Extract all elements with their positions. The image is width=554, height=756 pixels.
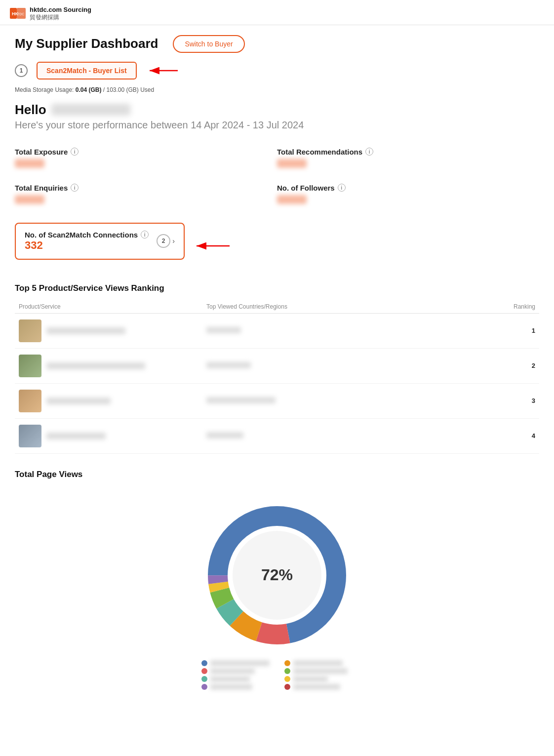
main-content: My Supplier Dashboard Switch to Buyer 1 … [0, 25, 554, 710]
product-thumbnail-3 [19, 390, 41, 412]
table-row: 1 [15, 313, 539, 348]
scan2match-nav-page[interactable]: 2 [157, 234, 170, 248]
legend-item-3 [201, 668, 270, 674]
no-of-followers-info-icon[interactable]: i [338, 184, 346, 192]
step-badge-1: 1 [15, 64, 28, 77]
legend-label-3 [210, 668, 255, 674]
legend-item-1 [201, 660, 270, 666]
donut-chart: 72% [198, 496, 356, 654]
legend-label-6 [293, 676, 328, 682]
arrow-annotation-2 [193, 239, 232, 255]
legend-dot-7 [201, 684, 207, 690]
page-title: My Supplier Dashboard [15, 36, 158, 51]
product-name-1 [46, 327, 125, 334]
legend-dot-5 [201, 676, 207, 682]
product-name-4 [46, 433, 106, 439]
scan2match-buyer-list-tag[interactable]: Scan2Match - Buyer List [37, 62, 137, 80]
chart-legend [201, 660, 353, 690]
product-name-2 [46, 362, 145, 369]
scan2match-connections-label: No. of Scan2Match Connections i [25, 231, 149, 239]
stats-grid: Total Exposure i Total Recommendations i… [15, 141, 539, 213]
user-name-blurred [51, 104, 130, 116]
product-cell-4 [19, 425, 198, 447]
total-recommendations-info-icon[interactable]: i [365, 148, 373, 156]
country-1 [206, 327, 241, 333]
legend-dot-6 [284, 676, 290, 682]
hktdc-logo-icon: HK TDC [10, 8, 26, 19]
legend-label-7 [210, 684, 252, 690]
scan2match-nav-chevron-icon[interactable]: › [172, 237, 175, 245]
col-country: Top Viewed Countries/Regions [202, 300, 500, 314]
logo-area: HK TDC hktdc.com Sourcing 貿發網採購 [10, 6, 544, 21]
legend-label-5 [210, 676, 250, 682]
logo-main-text: hktdc.com Sourcing [30, 6, 91, 14]
rank-2: 2 [500, 348, 539, 383]
legend-label-4 [293, 668, 348, 674]
legend-label-8 [293, 684, 340, 690]
rank-4: 4 [500, 418, 539, 453]
scan2match-nav: 2 › [157, 234, 175, 248]
legend-item-8 [284, 684, 353, 690]
total-recommendations-value [277, 159, 307, 168]
ranking-section-title: Top 5 Product/Service Views Ranking [15, 283, 539, 293]
legend-item-2 [284, 660, 353, 666]
country-3 [206, 397, 276, 403]
donut-chart-container: 72% [15, 486, 539, 700]
date-range: Here's your store performance between 14… [15, 119, 539, 131]
scan2match-connections-row: No. of Scan2Match Connections i 332 2 › [15, 223, 539, 272]
legend-dot-2 [284, 660, 290, 666]
total-exposure-label: Total Exposure [15, 148, 68, 156]
table-row: 4 [15, 418, 539, 453]
product-cell-3 [19, 390, 198, 412]
scan2match-callout: 1 Scan2Match - Buyer List [15, 62, 539, 80]
switch-to-buyer-button[interactable]: Switch to Buyer [173, 35, 244, 53]
total-exposure-value [15, 159, 44, 168]
no-of-followers-label: No. of Followers [277, 184, 335, 192]
scan2match-connections-box: No. of Scan2Match Connections i 332 2 › [15, 223, 185, 260]
product-thumbnail-1 [19, 319, 41, 342]
country-4 [206, 432, 243, 438]
svg-text:TDC: TDC [17, 12, 24, 16]
header: HK TDC hktdc.com Sourcing 貿發網採購 [0, 0, 554, 25]
arrow-annotation-1 [146, 63, 180, 78]
stat-total-exposure: Total Exposure i [15, 141, 277, 177]
hello-section: Hello Here's your store performance betw… [15, 102, 539, 131]
page-views-title: Total Page Views [15, 470, 539, 479]
total-enquiries-info-icon[interactable]: i [71, 184, 79, 192]
legend-item-4 [284, 668, 353, 674]
scan2match-connections-info-icon[interactable]: i [141, 231, 149, 239]
product-cell-1 [19, 319, 198, 342]
stat-no-of-followers: No. of Followers i [277, 177, 539, 213]
legend-item-7 [201, 684, 270, 690]
rank-3: 3 [500, 383, 539, 418]
legend-label-2 [293, 660, 343, 666]
legend-dot-8 [284, 684, 290, 690]
col-ranking: Ranking [500, 300, 539, 314]
product-cell-2 [19, 355, 198, 377]
media-total: 103.00 (GB) Used [106, 86, 154, 93]
total-recommendations-label: Total Recommendations [277, 148, 362, 156]
product-name-3 [46, 398, 111, 404]
ranking-table: Product/Service Top Viewed Countries/Reg… [15, 300, 539, 454]
table-row: 2 [15, 348, 539, 383]
col-product: Product/Service [15, 300, 202, 314]
table-row: 3 [15, 383, 539, 418]
greeting-hello: Hello [15, 102, 539, 118]
legend-label-1 [210, 660, 270, 666]
legend-dot-1 [201, 660, 207, 666]
logo-sub-text: 貿發網採購 [30, 14, 91, 21]
page-views-section: Total Page Views [15, 470, 539, 700]
legend-item-6 [284, 676, 353, 682]
product-thumbnail-2 [19, 355, 41, 377]
red-arrow-2 [193, 239, 232, 253]
legend-dot-3 [201, 668, 207, 674]
rank-1: 1 [500, 313, 539, 348]
total-exposure-info-icon[interactable]: i [71, 148, 79, 156]
total-enquiries-value [15, 195, 44, 204]
red-arrow-1 [146, 63, 180, 78]
total-enquiries-label: Total Enquiries [15, 184, 68, 192]
media-usage: Media Storage Usage: 0.04 (GB) / 103.00 … [15, 86, 539, 93]
scan2match-connections-count: 332 [25, 239, 149, 252]
stat-total-recommendations: Total Recommendations i [277, 141, 539, 177]
media-used: 0.04 (GB) [76, 86, 102, 93]
